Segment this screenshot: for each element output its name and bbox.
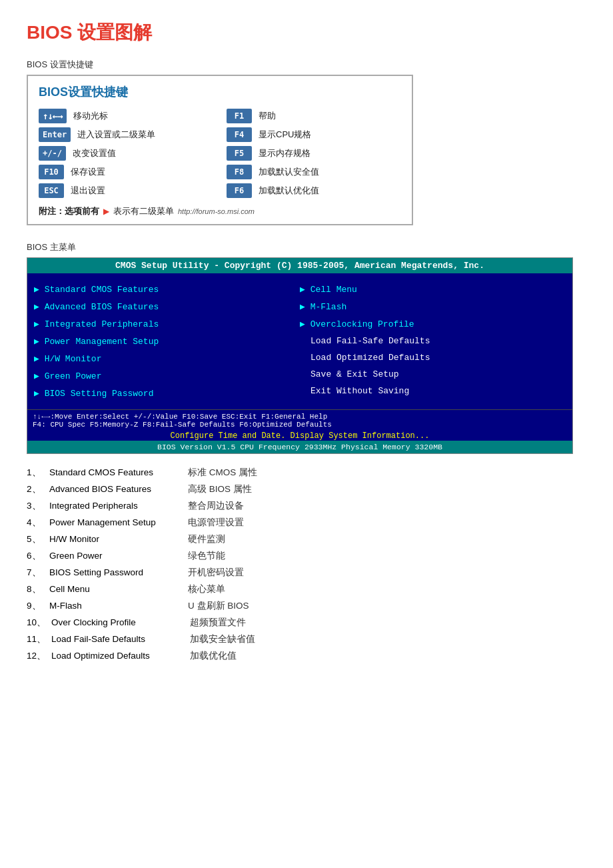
- bios-left-col: ▶ Standard CMOS Features ▶ Advanced BIOS…: [34, 284, 300, 399]
- shortcut-row-f4: F4 显示CPU规格: [227, 125, 401, 144]
- item-num-8: 8、: [27, 581, 44, 598]
- item-num-1: 1、: [27, 465, 44, 481]
- watermark: http://forum-so.msi.com: [178, 207, 255, 215]
- key-f4: F4: [227, 127, 252, 142]
- key-f10: F10: [39, 165, 64, 179]
- shortcut-row-arrow: ↑↓←→ 移动光标: [39, 107, 213, 125]
- item-num-7: 7、: [27, 565, 44, 581]
- bios-item-optimized: Load Optimized Defaults: [300, 353, 566, 363]
- bios-item-save-exit: Save & Exit Setup: [300, 369, 566, 379]
- shortcut-grid: ↑↓←→ 移动光标 Enter 进入设置或二级菜单 +/-/ 改变设置值 F10…: [39, 107, 401, 200]
- shortcut-desc-esc: 退出设置: [71, 185, 105, 197]
- item-zh-4: 电源管理设置: [188, 515, 244, 531]
- bios-item-power: ▶ Power Management Setup: [34, 336, 300, 347]
- list-item-4: 4、 Power Management Setup 电源管理设置: [27, 515, 586, 531]
- key-plusminus: +/-/: [39, 146, 66, 161]
- list-item-9: 9、 M-Flash U 盘刷新 BIOS: [27, 598, 586, 615]
- shortcut-row-esc: ESC 退出设置: [39, 181, 213, 200]
- item-num-11: 11、: [27, 631, 46, 648]
- bios-description-line: Configure Time and Date. Display System …: [27, 431, 572, 441]
- shortcut-keys-box: BIOS设置快捷键 ↑↓←→ 移动光标 Enter 进入设置或二级菜单 +/-/…: [27, 75, 413, 225]
- item-en-11: Load Fail-Safe Defaults: [51, 631, 185, 648]
- list-item-6: 6、 Green Power 绿色节能: [27, 548, 586, 565]
- bios-item-overclocking: ▶ Overclocking Profile: [300, 319, 566, 329]
- item-en-12: Load Optimized Defaults: [51, 648, 185, 665]
- bios-item-standard: ▶ Standard CMOS Features: [34, 284, 300, 295]
- item-zh-8: 核心菜单: [188, 581, 225, 598]
- shortcut-desc-f6: 加载默认优化值: [259, 185, 319, 197]
- item-en-4: Power Management Setup: [49, 515, 183, 531]
- shortcut-row-f8: F8 加载默认安全值: [227, 163, 401, 181]
- list-item-2: 2、 Advanced BIOS Features 高级 BIOS 属性: [27, 481, 586, 498]
- key-enter: Enter: [39, 127, 71, 142]
- key-f6: F6: [227, 183, 252, 198]
- bios-footer-line1: ↑↓←→:Move Enter:Select +/-/:Value F10:Sa…: [33, 413, 567, 421]
- item-num-2: 2、: [27, 481, 44, 498]
- bios-item-green: ▶ Green Power: [34, 371, 300, 381]
- shortcut-row-f5: F5 显示内存规格: [227, 144, 401, 163]
- item-en-1: Standard CMOS Features: [49, 465, 183, 481]
- item-num-12: 12、: [27, 648, 46, 665]
- item-en-8: Cell Menu: [49, 581, 183, 598]
- shortcut-desc-f4: 显示CPU规格: [259, 129, 311, 141]
- item-zh-6: 绿色节能: [188, 548, 225, 565]
- item-num-5: 5、: [27, 531, 44, 548]
- item-zh-3: 整合周边设备: [188, 498, 244, 515]
- item-zh-7: 开机密码设置: [188, 565, 244, 581]
- key-f1: F1: [227, 109, 252, 123]
- description-list: 1、 Standard CMOS Features 标准 CMOS 属性 2、 …: [27, 465, 586, 665]
- bios-menu-content: ▶ Standard CMOS Features ▶ Advanced BIOS…: [27, 273, 572, 409]
- key-esc: ESC: [39, 183, 64, 198]
- list-item-1: 1、 Standard CMOS Features 标准 CMOS 属性: [27, 465, 586, 481]
- item-num-4: 4、: [27, 515, 44, 531]
- bios-item-failsafe: Load Fail-Safe Defaults: [300, 336, 566, 346]
- note-text: 附注：选项前有: [39, 205, 99, 217]
- item-zh-2: 高级 BIOS 属性: [188, 481, 252, 498]
- shortcut-row-plusminus: +/-/ 改变设置值: [39, 144, 213, 163]
- shortcut-row-f1: F1 帮助: [227, 107, 401, 125]
- note-suffix: 表示有二级菜单: [113, 205, 174, 217]
- key-arrow: ↑↓←→: [39, 109, 67, 123]
- item-en-5: H/W Monitor: [49, 531, 183, 548]
- shortcut-row-f10: F10 保存设置: [39, 163, 213, 181]
- shortcut-desc-enter: 进入设置或二级菜单: [77, 129, 155, 141]
- shortcut-left-col: ↑↓←→ 移动光标 Enter 进入设置或二级菜单 +/-/ 改变设置值 F10…: [39, 107, 213, 200]
- item-zh-5: 硬件监测: [188, 531, 225, 548]
- bios-item-mflash: ▶ M-Flash: [300, 301, 566, 312]
- list-item-12: 12、 Load Optimized Defaults 加载优化值: [27, 648, 586, 665]
- list-item-10: 10、 Over Clocking Profile 超频预置文件: [27, 615, 586, 631]
- bios-item-advanced: ▶ Advanced BIOS Features: [34, 301, 300, 312]
- item-num-10: 10、: [27, 615, 46, 631]
- bios-version-bar: BIOS Version V1.5 CPU Frequency 2933MHz …: [27, 441, 572, 453]
- shortcut-desc-f10: 保存设置: [71, 166, 105, 178]
- item-en-7: BIOS Setting Password: [49, 565, 183, 581]
- shortcut-section-label: BIOS 设置快捷键: [27, 59, 586, 71]
- shortcut-desc-f8: 加载默认安全值: [259, 166, 319, 178]
- triangle-icon: ▶: [103, 207, 109, 216]
- bios-footer: ↑↓←→:Move Enter:Select +/-/:Value F10:Sa…: [27, 409, 572, 431]
- list-item-5: 5、 H/W Monitor 硬件监测: [27, 531, 586, 548]
- item-en-6: Green Power: [49, 548, 183, 565]
- item-zh-1: 标准 CMOS 属性: [188, 465, 257, 481]
- item-en-3: Integrated Peripherals: [49, 498, 183, 515]
- shortcut-right-col: F1 帮助 F4 显示CPU规格 F5 显示内存规格 F8 加载默认安全值 F6…: [227, 107, 401, 200]
- item-zh-12: 加载优化值: [190, 648, 237, 665]
- bios-main-section-label: BIOS 主菜单: [27, 241, 586, 253]
- item-num-6: 6、: [27, 548, 44, 565]
- item-zh-10: 超频预置文件: [190, 615, 246, 631]
- list-item-3: 3、 Integrated Peripherals 整合周边设备: [27, 498, 586, 515]
- page-title: BIOS 设置图解: [27, 20, 586, 45]
- key-f8: F8: [227, 165, 252, 179]
- shortcut-box-title: BIOS设置快捷键: [39, 84, 401, 100]
- shortcut-note-row: 附注：选项前有 ▶ 表示有二级菜单 http://forum-so.msi.co…: [39, 205, 401, 217]
- shortcut-desc-f1: 帮助: [259, 110, 276, 122]
- bios-footer-line2: F4: CPU Spec F5:Memory-Z F8:Fail-Safe De…: [33, 421, 567, 429]
- item-en-2: Advanced BIOS Features: [49, 481, 183, 498]
- item-num-9: 9、: [27, 598, 44, 615]
- shortcut-row-enter: Enter 进入设置或二级菜单: [39, 125, 213, 144]
- item-en-10: Over Clocking Profile: [51, 615, 185, 631]
- shortcut-desc-arrow: 移动光标: [73, 110, 108, 122]
- bios-item-password: ▶ BIOS Setting Password: [34, 388, 300, 399]
- shortcut-desc-plusminus: 改变设置值: [73, 147, 116, 159]
- bios-item-hw: ▶ H/W Monitor: [34, 353, 300, 364]
